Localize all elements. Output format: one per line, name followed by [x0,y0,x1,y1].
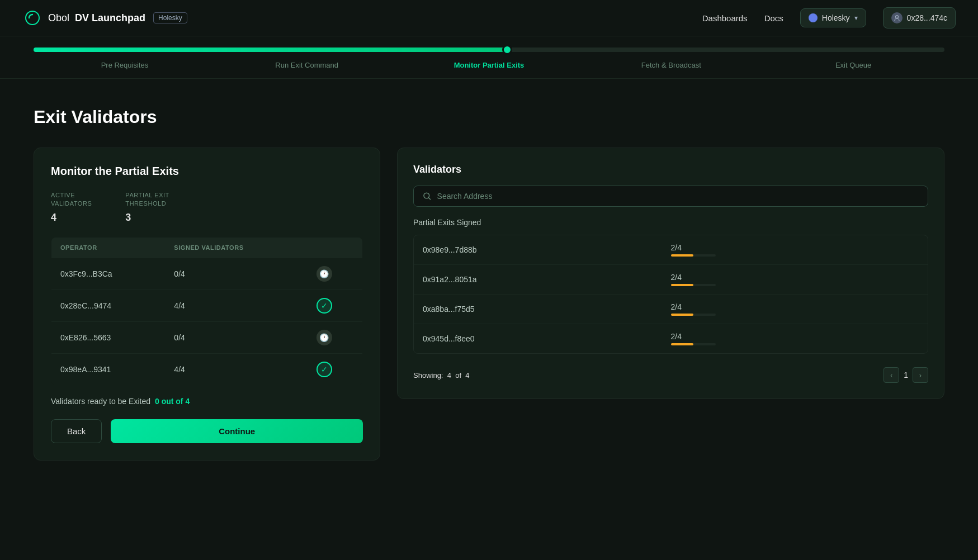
active-validators-value: 4 [51,212,92,224]
progress-bar-container [34,48,944,52]
progress-bar-fill [34,48,507,52]
header: Obol DV Launchpad Holesky Dashboards Doc… [0,0,978,36]
status-cell: 🕐 [308,258,363,290]
svg-point-0 [895,16,898,18]
brand-section: Obol DV Launchpad Holesky [22,8,187,28]
search-address-input[interactable] [437,192,919,201]
prev-page-button[interactable]: ‹ [883,367,899,383]
showing-label: Showing: [413,371,443,379]
threshold-stat: PARTIAL EXITTHRESHOLD 3 [125,191,169,224]
validator-row: 0x91a2...8051a2/4 [414,265,928,295]
table-row: 0xE826...56630/4🕐 [51,321,363,353]
continue-button[interactable]: Continue [111,419,363,443]
brand-dv: DV Launchpad [75,12,145,24]
validator-address-cell: 0xa8ba...f75d5 [423,305,671,314]
showing-of: of [455,371,461,379]
status-pending-icon: 🕐 [316,266,332,282]
chevron-down-icon: ▾ [854,14,858,22]
signed-validators-cell: 4/4 [165,290,308,321]
step-fetch-broadcast: Fetch & Broadcast [580,61,762,69]
network-selector-button[interactable]: Holesky ▾ [800,8,866,27]
wallet-button[interactable]: 0x28...474c [883,7,956,29]
signed-validators-cell: 0/4 [165,258,308,290]
panels-row: Monitor the Partial Exits ACTIVEVALIDATO… [34,148,944,461]
table-header-row: OPERATOR SIGNED VALIDATORS [51,237,363,258]
pagination-row: Showing: 4 of 4 ‹ 1 › [413,363,928,383]
table-row: 0x98eA...93414/4✓ [51,353,363,385]
signed-validators-cell: 4/4 [165,353,308,385]
col-signed-header: SIGNED VALIDATORS [165,237,308,258]
next-page-button[interactable]: › [913,367,928,383]
partial-exits-label: Partial Exits Signed [413,218,928,227]
status-pending-icon: 🕐 [316,330,332,345]
wallet-icon [891,12,903,23]
validator-exits-cell: 2/4 [671,243,919,257]
threshold-label: PARTIAL EXITTHRESHOLD [125,191,169,208]
operator-address-cell: 0x98eA...9341 [51,353,166,385]
wallet-address-label: 0x28...474c [907,13,947,22]
showing-count: 4 [447,371,451,379]
header-nav: Dashboards Docs Holesky ▾ 0x28...474c [702,7,956,29]
step-run-exit-command: Run Exit Command [216,61,398,69]
progress-steps: Pre Requisites Run Exit Command Monitor … [34,61,944,78]
status-cell: ✓ [308,290,363,321]
validators-ready-count: 0 out of 4 [155,397,190,406]
status-cell: ✓ [308,353,363,385]
step-exit-queue: Exit Queue [762,61,944,69]
network-badge: Holesky [153,12,187,23]
brand-obol: Obol [48,12,69,24]
btn-row: Back Continue [51,419,363,443]
search-icon [423,192,432,201]
signed-validators-cell: 0/4 [165,321,308,353]
exits-fraction: 2/4 [671,302,919,311]
left-panel: Monitor the Partial Exits ACTIVEVALIDATO… [34,148,380,461]
operator-address-cell: 0xE826...5663 [51,321,166,353]
exits-fraction: 2/4 [671,332,919,341]
exits-progress-bar [671,314,716,316]
exits-bar-fill [671,314,693,316]
pagination-showing-text: Showing: 4 of 4 [413,371,470,379]
network-label: Holesky [822,13,850,22]
nav-dashboards[interactable]: Dashboards [702,13,748,23]
validator-address-cell: 0x945d...f8ee0 [423,334,671,343]
left-panel-title: Monitor the Partial Exits [51,165,363,178]
back-button[interactable]: Back [51,419,102,443]
pagination-controls: ‹ 1 › [883,367,928,383]
status-complete-icon: ✓ [316,298,332,314]
exits-bar-fill [671,254,693,257]
active-validators-label: ACTIVEVALIDATORS [51,191,92,208]
exits-progress-bar [671,343,716,345]
right-panel-title: Validators [413,164,928,175]
validator-row: 0x98e9...7d88b2/4 [414,235,928,265]
nav-docs[interactable]: Docs [764,13,783,23]
status-cell: 🕐 [308,321,363,353]
obol-logo-icon [22,8,42,28]
exits-bar-fill [671,343,693,345]
exits-progress-bar [671,284,716,286]
exits-fraction: 2/4 [671,273,919,282]
table-row: 0x28eC...94744/4✓ [51,290,363,321]
validator-exits-cell: 2/4 [671,332,919,345]
col-operator-header: OPERATOR [51,237,166,258]
validator-address-cell: 0x98e9...7d88b [423,245,671,254]
step-pre-requisites: Pre Requisites [34,61,216,69]
progress-section: Pre Requisites Run Exit Command Monitor … [0,36,978,79]
right-panel: Validators Partial Exits Signed 0x98e9..… [397,148,944,399]
search-box[interactable] [413,186,928,207]
step-monitor-partial-exits: Monitor Partial Exits [398,61,580,69]
main-content: Exit Validators Monitor the Partial Exit… [0,79,978,488]
stats-row: ACTIVEVALIDATORS 4 PARTIAL EXITTHRESHOLD… [51,191,363,224]
operator-table: OPERATOR SIGNED VALIDATORS 0x3Fc9...B3Ca… [51,237,363,386]
current-page-number: 1 [904,371,908,379]
status-complete-icon: ✓ [316,362,332,377]
operator-address-cell: 0x3Fc9...B3Ca [51,258,166,290]
validator-row: 0x945d...f8ee02/4 [414,324,928,353]
network-dot-icon [809,13,818,22]
progress-dot [502,45,512,55]
showing-total: 4 [465,371,469,379]
exits-progress-bar [671,254,716,257]
operator-address-cell: 0x28eC...9474 [51,290,166,321]
exits-fraction: 2/4 [671,243,919,252]
exits-bar-fill [671,284,693,286]
active-validators-stat: ACTIVEVALIDATORS 4 [51,191,92,224]
